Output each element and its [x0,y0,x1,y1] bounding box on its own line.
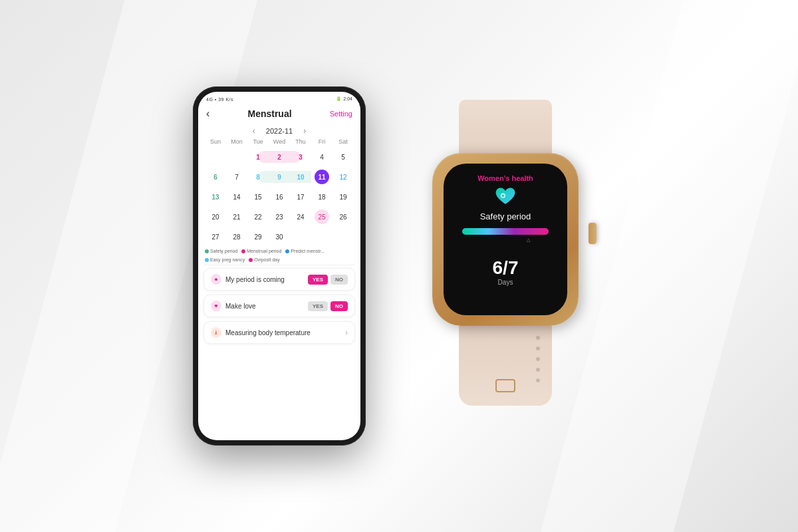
day-sun: Sun [205,138,226,145]
watch-progress-container: △ [462,228,549,237]
day-mon: Mon [226,138,247,145]
legend-dot-safety [205,249,209,253]
cal-cell-19[interactable]: 19 [332,188,354,206]
watch-app-title: Women's health [477,174,533,182]
band-hole-5 [536,378,540,382]
period-card[interactable]: ● My period is coming YES NO [203,268,355,291]
cal-cell-1[interactable]: 1 [247,148,269,166]
legend-dot-ovip [249,258,253,262]
day-thu: Thu [290,138,311,145]
watch-progress-bar [462,228,549,235]
period-card-left: ● My period is coming [211,274,285,285]
current-month: 2022-11 [266,127,293,135]
legend-label-menstrual: Menstrual period [247,249,281,253]
love-card-text: Make love [225,303,256,310]
cal-cell-26[interactable]: 26 [332,207,354,226]
cal-cell-24[interactable]: 24 [290,207,311,226]
calendar-grid: 1 2 3 4 5 6 7 8 9 10 11 12 13 [205,148,354,246]
cal-cell-3[interactable]: 3 [290,148,311,166]
watch-crown [589,223,597,244]
calendar: Sun Mon Tue Wed Thu Fri Sat 1 2 [198,138,360,246]
bottom-section: ● My period is coming YES NO ♥ Make love [198,265,360,346]
temp-card-text: Measuring body temperature [225,329,311,336]
temp-card-arrow: › [345,328,348,337]
legend-label-ovip: Oviposit day [254,257,280,262]
cal-cell [290,227,311,246]
legend-safety: Safety period [205,249,237,253]
cal-cell-22[interactable]: 22 [247,207,269,226]
cal-cell-23[interactable]: 23 [269,207,290,226]
cal-cell [332,227,354,246]
cal-cell-2[interactable]: 2 [269,148,290,166]
cal-cell-29[interactable]: 29 [247,227,269,246]
cal-cell-17[interactable]: 17 [290,188,311,206]
status-bar: 4G ▪ 39 K/s 🔋 2:04 [198,92,360,105]
legend-label-safety: Safety period [210,249,237,253]
status-left: 4G ▪ 39 K/s [206,97,233,102]
legend-label-predict: Predict menstr... [291,249,325,253]
cal-cell-15[interactable]: 15 [247,188,269,206]
cal-cell [226,148,247,166]
cal-cell-11[interactable]: 11 [311,168,332,186]
calendar-header: Sun Mon Tue Wed Thu Fri Sat [205,138,354,145]
cal-cell-25[interactable]: 25 [311,207,332,226]
watch-band-bottom [459,313,552,406]
cal-cell-21[interactable]: 21 [226,207,247,226]
cal-cell [205,148,226,166]
calendar-legend: Safety period Menstrual period Predict m… [198,246,360,265]
cal-cell-27[interactable]: 27 [205,227,226,246]
period-yes-button[interactable]: YES [308,275,328,285]
period-icon: ● [211,274,221,285]
temp-card-left: 🌡 Measuring body temperature [211,327,311,338]
love-no-button[interactable]: NO [331,301,348,311]
day-tue: Tue [247,138,269,145]
period-card-text: My period is coming [225,276,285,283]
period-card-buttons: YES NO [308,275,348,285]
love-card-left: ♥ Make love [211,301,256,311]
band-hole-1 [536,336,540,340]
cal-cell-28[interactable]: 28 [226,227,247,246]
cal-cell-16[interactable]: 16 [269,188,290,206]
watch-heart-icon [493,185,517,209]
cal-cell-4[interactable]: 4 [311,148,332,166]
day-wed: Wed [269,138,290,145]
temp-icon: 🌡 [211,327,221,338]
cal-cell-30[interactable]: 30 [269,227,290,246]
cal-cell-14[interactable]: 14 [226,188,247,206]
next-month-button[interactable]: › [303,126,306,136]
cal-cell-7[interactable]: 7 [226,168,247,186]
back-button[interactable]: ‹ [206,108,209,120]
cal-cell-5[interactable]: 5 [332,148,354,166]
cal-cell-9[interactable]: 9 [269,168,290,186]
love-icon: ♥ [211,301,221,311]
legend-menstrual: Menstrual period [241,249,281,253]
phone: 4G ▪ 39 K/s 🔋 2:04 ‹ Menstrual Setting ‹… [193,86,366,446]
day-fri: Fri [311,138,332,145]
setting-button[interactable]: Setting [330,110,352,118]
legend-dot-predict [285,249,289,253]
love-yes-button[interactable]: YES [308,301,328,311]
period-no-button[interactable]: NO [331,275,348,285]
watch-container: Women's health Safety period [419,100,605,432]
legend-dot-easypreg [205,258,209,262]
scene: 4G ▪ 39 K/s 🔋 2:04 ‹ Menstrual Setting ‹… [193,86,605,446]
cal-cell-10[interactable]: 10 [290,168,311,186]
legend-dot-menstrual [241,249,245,253]
love-card-buttons: YES NO [308,301,348,311]
watch-buckle [495,379,515,392]
temp-card[interactable]: 🌡 Measuring body temperature › [203,321,355,344]
love-card[interactable]: ♥ Make love YES NO [203,295,355,317]
app-header: ‹ Menstrual Setting [198,105,360,124]
cal-cell-6[interactable]: 6 [205,168,226,186]
watch-band-holes [536,336,540,382]
cal-cell-20[interactable]: 20 [205,207,226,226]
legend-label-easypreg: Easy preg nancy [210,257,245,262]
cal-cell-12[interactable]: 12 [332,168,354,186]
svg-point-1 [502,194,505,197]
watch-case: Women's health Safety period [432,153,579,326]
watch-progress-marker: △ [527,237,530,243]
cal-cell-8[interactable]: 8 [247,168,269,186]
prev-month-button[interactable]: ‹ [253,126,255,136]
cal-cell-13[interactable]: 13 [205,188,226,206]
cal-cell-18[interactable]: 18 [311,188,332,206]
